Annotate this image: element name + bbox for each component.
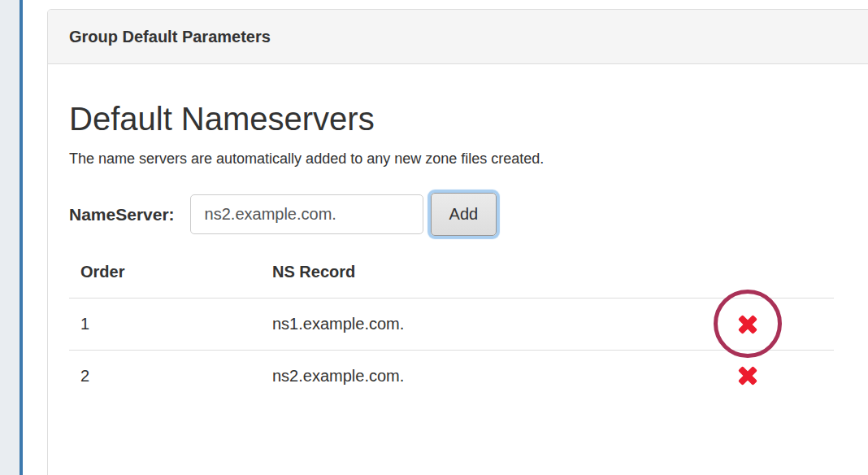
order-cell: 1: [69, 299, 261, 351]
action-cell: [662, 299, 834, 351]
column-header-actions: [662, 253, 834, 299]
panel-body: Default Nameservers The name servers are…: [48, 100, 868, 401]
page: Group Default Parameters Default Nameser…: [0, 0, 868, 475]
page-description: The name servers are automatically added…: [69, 150, 834, 168]
panel-header: Group Default Parameters: [48, 10, 868, 64]
nameserver-label: NameServer:: [69, 205, 175, 224]
nameservers-table: Order NS Record 1 ns1.example.com.: [69, 253, 834, 401]
action-cell: [662, 350, 834, 401]
ns-record-cell: ns1.example.com.: [261, 299, 662, 351]
column-header-order: Order: [69, 253, 261, 299]
delete-x-icon[interactable]: [738, 315, 757, 334]
nameserver-form: NameServer: Add: [69, 193, 834, 236]
page-title: Default Nameservers: [69, 100, 834, 137]
table-row: 1 ns1.example.com.: [69, 299, 834, 351]
sidebar-accent-bar: [20, 0, 23, 475]
add-button[interactable]: Add: [431, 193, 497, 236]
delete-x-icon[interactable]: [738, 366, 757, 386]
order-cell: 2: [69, 350, 261, 401]
group-default-parameters-panel: Group Default Parameters Default Nameser…: [47, 9, 868, 475]
nameserver-input[interactable]: [190, 194, 423, 234]
ns-record-cell: ns2.example.com.: [261, 350, 662, 401]
column-header-ns-record: NS Record: [261, 253, 662, 299]
sidebar-strip: [0, 0, 20, 475]
table-row: 2 ns2.example.com.: [69, 350, 834, 401]
table-header-row: Order NS Record: [69, 253, 834, 299]
panel-title: Group Default Parameters: [69, 28, 271, 46]
